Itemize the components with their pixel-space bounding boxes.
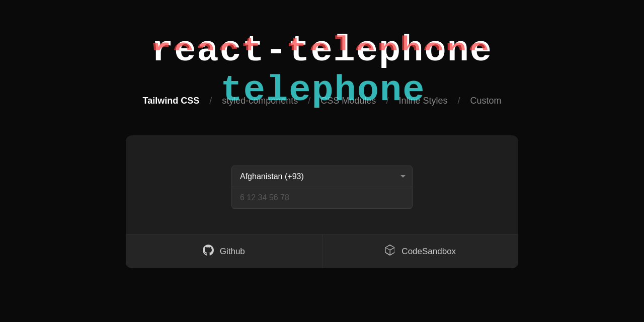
github-label: Github [220, 247, 245, 257]
country-select[interactable]: Afghanistan (+93) [231, 166, 413, 187]
main-card: Afghanistan (+93) Github CodeSandbox [126, 135, 518, 268]
phone-input[interactable] [231, 187, 413, 209]
github-button[interactable]: Github [126, 234, 323, 268]
card-footer: Github CodeSandbox [126, 234, 518, 268]
codesandbox-button[interactable]: CodeSandbox [323, 234, 519, 268]
codesandbox-icon [384, 245, 395, 258]
github-icon [203, 245, 214, 258]
header: react-telephone [151, 30, 493, 71]
page-title: react-telephone [151, 30, 493, 71]
card-body: Afghanistan (+93) [126, 135, 518, 234]
codesandbox-label: CodeSandbox [401, 247, 456, 257]
